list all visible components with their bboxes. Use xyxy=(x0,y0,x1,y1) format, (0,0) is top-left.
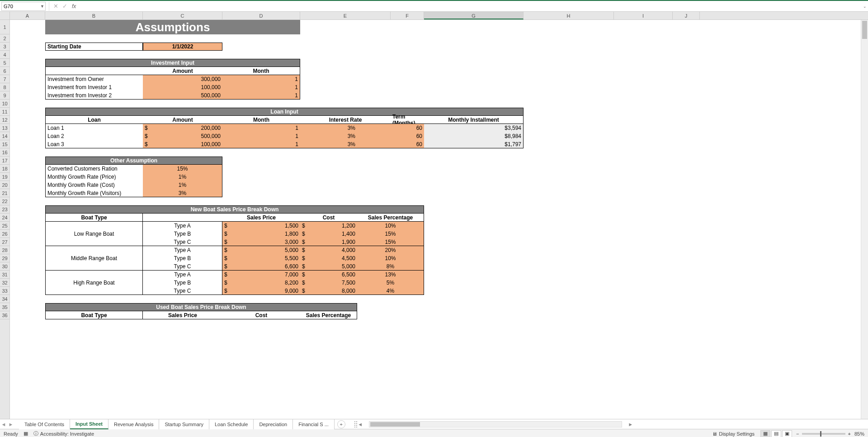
row-header[interactable]: 3 xyxy=(0,43,9,51)
col-header-f[interactable]: F xyxy=(391,12,424,19)
row-header[interactable]: 6 xyxy=(0,67,9,75)
row-header[interactable]: 7 xyxy=(0,75,9,83)
row-header[interactable]: 32 xyxy=(0,279,9,287)
boat-pct[interactable]: 15% xyxy=(357,238,424,246)
row-header[interactable]: 24 xyxy=(0,214,9,222)
sheet-tab[interactable]: Loan Schedule xyxy=(209,419,254,429)
loan-amount[interactable]: 200,000 xyxy=(151,124,222,132)
formula-input[interactable] xyxy=(79,2,862,11)
inv-month[interactable]: 1 xyxy=(222,75,300,83)
normal-view-button[interactable]: ▦ xyxy=(760,430,770,437)
boat-price[interactable]: 5,000 xyxy=(231,246,300,254)
name-box[interactable]: G70 ▼ xyxy=(1,2,46,11)
zoom-slider[interactable] xyxy=(802,433,845,435)
loan-month[interactable]: 1 xyxy=(222,132,300,140)
boat-price[interactable]: 8,200 xyxy=(231,279,300,287)
boat-price[interactable]: 5,500 xyxy=(231,254,300,262)
row-header[interactable]: 18 xyxy=(0,165,9,173)
sheet-tab[interactable]: Table Of Contents xyxy=(19,419,70,429)
loan-month[interactable]: 1 xyxy=(222,124,300,132)
boat-cost[interactable]: 4,000 xyxy=(308,246,357,254)
hscroll-left-icon[interactable]: ◄ xyxy=(357,422,363,427)
row-header[interactable]: 16 xyxy=(0,148,9,157)
row-header[interactable]: 33 xyxy=(0,287,9,295)
row-header[interactable]: 36 xyxy=(0,311,9,319)
col-header-d[interactable]: D xyxy=(222,12,300,19)
row-header[interactable]: 26 xyxy=(0,230,9,238)
spreadsheet-grid[interactable]: Assumptions Starting Date 1/1/2022 Inves… xyxy=(10,20,861,419)
row-header[interactable]: 20 xyxy=(0,181,9,189)
boat-price[interactable]: 3,000 xyxy=(231,238,300,246)
row-header[interactable]: 22 xyxy=(0,197,9,205)
col-header-i[interactable]: I xyxy=(614,12,673,19)
stats-icon[interactable]: ▦ xyxy=(24,431,28,437)
loan-term[interactable]: 60 xyxy=(357,140,424,148)
zoom-level[interactable]: 85% xyxy=(854,431,864,437)
other-value[interactable]: 15% xyxy=(143,165,222,173)
row-header[interactable]: 1 xyxy=(0,20,9,34)
other-value[interactable]: 1% xyxy=(143,181,222,189)
row-header[interactable]: 21 xyxy=(0,189,9,197)
boat-pct[interactable]: 20% xyxy=(357,246,424,254)
boat-cost[interactable]: 6,500 xyxy=(308,271,357,279)
zoom-out-button[interactable]: − xyxy=(796,431,799,437)
row-header[interactable]: 12 xyxy=(0,116,9,124)
boat-price[interactable]: 6,600 xyxy=(231,262,300,271)
col-header-e[interactable]: E xyxy=(300,12,391,19)
row-header[interactable]: 19 xyxy=(0,173,9,181)
loan-amount[interactable]: 100,000 xyxy=(151,140,222,148)
horizontal-scrollbar[interactable] xyxy=(369,421,622,428)
row-header[interactable]: 8 xyxy=(0,83,9,91)
loan-term[interactable]: 60 xyxy=(357,124,424,132)
boat-cost[interactable]: 8,000 xyxy=(308,287,357,295)
sheet-tab[interactable]: Startup Summary xyxy=(159,419,209,429)
chevron-down-icon[interactable]: ▼ xyxy=(40,4,44,9)
inv-amount[interactable]: 100,000 xyxy=(143,83,222,91)
row-header[interactable]: 13 xyxy=(0,124,9,132)
sheet-tab[interactable]: Input Sheet xyxy=(70,419,108,429)
boat-price[interactable]: 9,000 xyxy=(231,287,300,295)
col-header-g[interactable]: G xyxy=(424,12,524,19)
row-header[interactable]: 25 xyxy=(0,222,9,230)
boat-price[interactable]: 7,000 xyxy=(231,271,300,279)
display-settings[interactable]: Display Settings xyxy=(719,431,755,437)
tab-nav-prev-icon[interactable]: ◄ xyxy=(0,422,7,427)
inv-amount[interactable]: 500,000 xyxy=(143,91,222,100)
tab-nav-next-icon[interactable]: ► xyxy=(7,422,14,427)
boat-pct[interactable]: 8% xyxy=(357,262,424,271)
row-header[interactable]: 34 xyxy=(0,295,9,303)
display-settings-icon[interactable]: 🖥 xyxy=(712,431,717,437)
row-header[interactable]: 29 xyxy=(0,254,9,262)
expand-formula-bar-icon[interactable]: ⌄ xyxy=(862,4,868,9)
select-all-corner[interactable] xyxy=(0,12,10,19)
inv-month[interactable]: 1 xyxy=(222,91,300,100)
starting-date-value[interactable]: 1/1/2022 xyxy=(143,43,222,51)
page-break-view-button[interactable]: ▣ xyxy=(782,430,792,437)
hscroll-right-icon[interactable]: ► xyxy=(627,422,634,427)
boat-price[interactable]: 1,800 xyxy=(231,230,300,238)
row-header[interactable]: 17 xyxy=(0,157,9,165)
loan-amount[interactable]: 500,000 xyxy=(151,132,222,140)
inv-amount[interactable]: 300,000 xyxy=(143,75,222,83)
row-header[interactable]: 4 xyxy=(0,51,9,59)
row-header[interactable]: 10 xyxy=(0,100,9,108)
boat-pct[interactable]: 10% xyxy=(357,254,424,262)
sheet-tab[interactable]: Revenue Analysis xyxy=(108,419,159,429)
fx-icon[interactable]: fx xyxy=(72,3,76,10)
row-header[interactable]: 27 xyxy=(0,238,9,246)
boat-cost[interactable]: 1,400 xyxy=(308,230,357,238)
col-header-b[interactable]: B xyxy=(45,12,143,19)
boat-pct[interactable]: 5% xyxy=(357,279,424,287)
row-header[interactable]: 9 xyxy=(0,91,9,100)
boat-cost[interactable]: 4,500 xyxy=(308,254,357,262)
other-value[interactable]: 3% xyxy=(143,189,222,197)
boat-pct[interactable]: 15% xyxy=(357,230,424,238)
row-header[interactable]: 35 xyxy=(0,303,9,311)
boat-cost[interactable]: 1,900 xyxy=(308,238,357,246)
boat-cost[interactable]: 1,200 xyxy=(308,222,357,230)
loan-month[interactable]: 1 xyxy=(222,140,300,148)
row-header[interactable]: 30 xyxy=(0,262,9,271)
vertical-scrollbar[interactable] xyxy=(861,20,868,419)
boat-pct[interactable]: 13% xyxy=(357,271,424,279)
zoom-in-button[interactable]: + xyxy=(848,431,851,437)
